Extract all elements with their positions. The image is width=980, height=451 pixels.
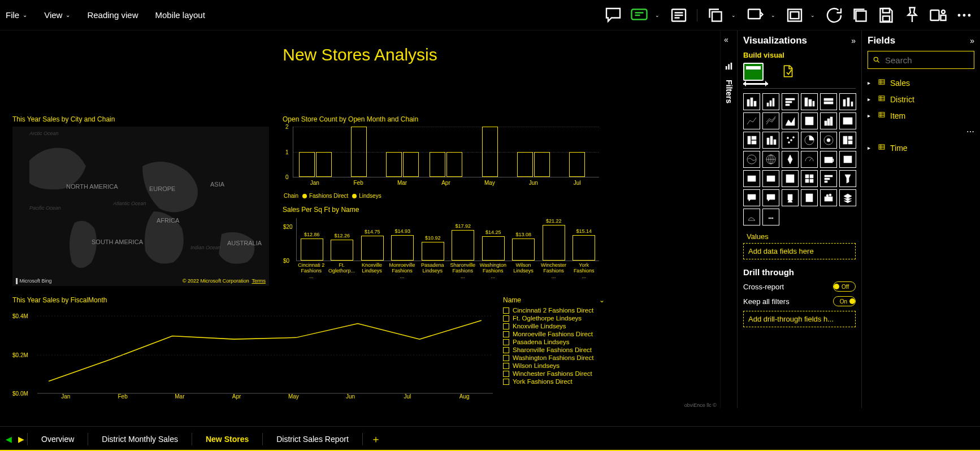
- window-icon[interactable]: [784, 6, 805, 24]
- viz-type-31[interactable]: [762, 189, 779, 206]
- field-District[interactable]: ▸District: [868, 91, 974, 107]
- drill-through-header: Drill through: [743, 267, 856, 277]
- refresh-icon[interactable]: [824, 6, 844, 24]
- viz-type-26[interactable]: [782, 170, 799, 187]
- add-page-button[interactable]: ＋: [363, 432, 389, 446]
- viz-type-18[interactable]: [743, 151, 760, 168]
- chat-icon[interactable]: [629, 6, 649, 24]
- legend-item[interactable]: Cincinnati 2 Fashions Direct: [503, 306, 605, 314]
- viz-type-30[interactable]: [743, 189, 760, 206]
- next-page-arrow[interactable]: ▶: [15, 435, 27, 444]
- viz-type-25[interactable]: [762, 170, 779, 187]
- viz-type-37[interactable]: [762, 209, 779, 226]
- collapse-viz-icon[interactable]: »: [851, 36, 856, 45]
- name-legend[interactable]: Name⌄ Cincinnati 2 Fashions DirectFt. Og…: [503, 296, 605, 385]
- viz-type-10[interactable]: [820, 112, 837, 129]
- viz-type-3[interactable]: [801, 93, 818, 110]
- viz-type-13[interactable]: [762, 132, 779, 149]
- viz-type-12[interactable]: [743, 132, 760, 149]
- viz-type-20[interactable]: [782, 151, 799, 168]
- viz-type-23[interactable]: [839, 151, 856, 168]
- prev-page-arrow[interactable]: ◀: [2, 435, 15, 444]
- viz-type-17[interactable]: [839, 132, 856, 149]
- viz-type-29[interactable]: [839, 170, 856, 187]
- sales-sqft-chart[interactable]: Sales Per Sq Ft by Name $20 $0 $12.86$12…: [283, 206, 599, 280]
- values-dropzone[interactable]: Add data fields here: [743, 243, 856, 259]
- menu-mobile-layout[interactable]: Mobile layout: [155, 10, 205, 20]
- viz-type-7[interactable]: [762, 112, 779, 129]
- viz-type-15[interactable]: [801, 132, 818, 149]
- viz-type-35[interactable]: [839, 189, 856, 206]
- duplicate-icon[interactable]: [850, 6, 870, 24]
- window-dropdown[interactable]: ⌄: [810, 12, 815, 18]
- legend-item[interactable]: York Fashions Direct: [503, 378, 605, 385]
- legend-item[interactable]: Wilson Lindseys: [503, 362, 605, 370]
- chevron-down-icon[interactable]: ⌄: [599, 296, 605, 304]
- map-visual[interactable]: This Year Sales by City and Chain NORTH …: [12, 115, 271, 286]
- field-Item[interactable]: ▸Item: [868, 107, 974, 124]
- viz-type-19[interactable]: [762, 151, 779, 168]
- more-icon[interactable]: [954, 6, 974, 24]
- page-tab-overview[interactable]: Overview: [28, 427, 88, 452]
- viz-type-16[interactable]: [820, 132, 837, 149]
- menu-file[interactable]: File⌄: [6, 10, 27, 20]
- legend-item[interactable]: Pasadena Lindseys: [503, 338, 605, 346]
- viz-type-11[interactable]: [839, 112, 856, 129]
- expand-filters-icon[interactable]: «: [724, 35, 729, 44]
- page-tab-district-sales-report[interactable]: District Sales Report: [263, 427, 362, 452]
- legend-item[interactable]: Knoxville Lindseys: [503, 322, 605, 330]
- viz-type-1[interactable]: [762, 93, 779, 110]
- viz-type-5[interactable]: [839, 93, 856, 110]
- viz-type-0[interactable]: [743, 93, 760, 110]
- field-more[interactable]: ⋯: [868, 124, 974, 140]
- viz-type-36[interactable]: [743, 209, 760, 226]
- build-visual-tab[interactable]: [743, 63, 764, 81]
- copy-icon[interactable]: [705, 6, 726, 24]
- collapse-fields-icon[interactable]: »: [970, 36, 974, 45]
- map-canvas[interactable]: NORTH AMERICA SOUTH AMERICA EUROPE AFRIC…: [12, 127, 269, 286]
- field-Time[interactable]: ▸Time: [868, 140, 974, 156]
- viz-type-22[interactable]: 123: [820, 151, 837, 168]
- viz-type-33[interactable]: [801, 189, 818, 206]
- fields-search[interactable]: [868, 51, 974, 69]
- drill-through-dropzone[interactable]: Add drill-through fields h...: [743, 311, 856, 327]
- legend-item[interactable]: Washington Fashions Direct: [503, 354, 605, 362]
- legend-item[interactable]: Ft. Oglethorpe Lindseys: [503, 314, 605, 322]
- menu-view[interactable]: View⌄: [44, 10, 70, 20]
- viz-type-4[interactable]: [820, 93, 837, 110]
- comment-icon[interactable]: [603, 6, 623, 24]
- viz-type-2[interactable]: [782, 93, 799, 110]
- viz-type-14[interactable]: [782, 132, 799, 149]
- card-icon[interactable]: [669, 6, 689, 24]
- viz-type-21[interactable]: [801, 151, 818, 168]
- keep-filters-toggle[interactable]: On: [833, 296, 856, 306]
- chat-dropdown[interactable]: ⌄: [655, 12, 660, 18]
- viz-type-32[interactable]: [782, 189, 799, 206]
- viz-type-27[interactable]: [801, 170, 818, 187]
- viz-type-28[interactable]: [820, 170, 837, 187]
- save-icon[interactable]: [876, 6, 896, 24]
- teams-icon[interactable]: [928, 6, 948, 24]
- viz-type-34[interactable]: [820, 189, 837, 206]
- filters-pane-collapsed[interactable]: « Filters: [720, 31, 737, 408]
- legend-item[interactable]: Winchester Fashions Direct: [503, 370, 605, 378]
- menu-reading-view[interactable]: Reading view: [87, 10, 138, 20]
- page-tab-district-monthly-sales[interactable]: District Monthly Sales: [88, 427, 192, 452]
- viz-type-8[interactable]: [782, 112, 799, 129]
- legend-item[interactable]: Monroeville Fashions Direct: [503, 330, 605, 338]
- pin-icon[interactable]: [902, 6, 922, 24]
- search-input[interactable]: [885, 55, 969, 65]
- format-visual-tab[interactable]: [780, 64, 795, 81]
- copy-dropdown[interactable]: ⌄: [731, 12, 736, 18]
- bookmark-icon[interactable]: [745, 6, 765, 24]
- legend-item[interactable]: Sharonville Fashions Direct: [503, 346, 605, 354]
- sales-month-chart[interactable]: This Year Sales by FiscalMonth $0.4M $0.…: [12, 296, 493, 400]
- bookmark-dropdown[interactable]: ⌄: [771, 12, 775, 18]
- viz-type-6[interactable]: [743, 112, 760, 129]
- field-Sales[interactable]: ▸Sales: [868, 75, 974, 91]
- viz-type-9[interactable]: [801, 112, 818, 129]
- cross-report-toggle[interactable]: Off: [833, 281, 856, 292]
- page-tab-new-stores[interactable]: New Stores: [192, 427, 262, 452]
- open-store-chart[interactable]: Open Store Count by Open Month and Chain…: [283, 115, 599, 199]
- viz-type-24[interactable]: [743, 170, 760, 187]
